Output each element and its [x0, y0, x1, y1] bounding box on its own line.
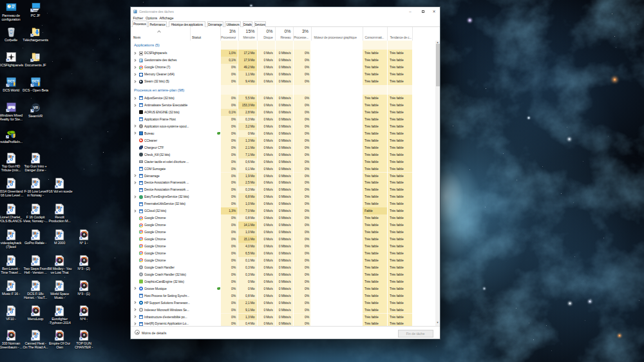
svg-text:VR: VR [33, 106, 38, 110]
